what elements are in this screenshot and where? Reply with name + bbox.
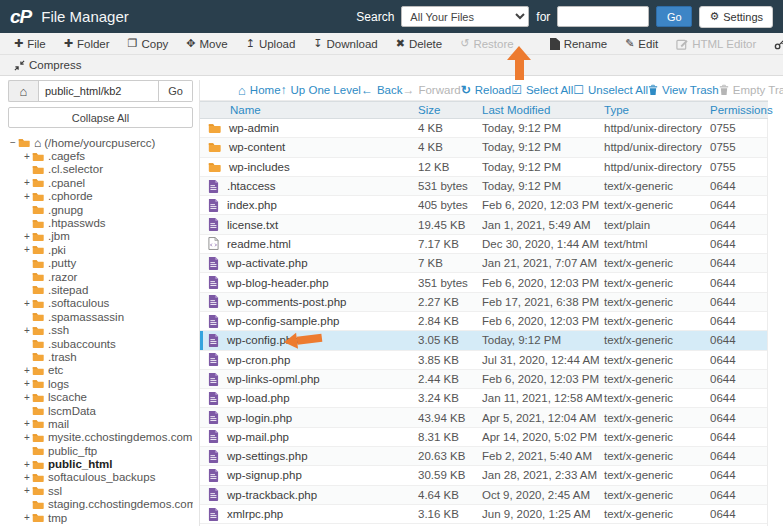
tree-item-razor[interactable]: .razor xyxy=(8,270,193,283)
table-row-wp-settings-php[interactable]: wp-settings.php20.63 KBFeb 2, 2021, 5:40… xyxy=(200,447,767,466)
tree-item-staging-cchostingdemos-com[interactable]: staging.cchostingdemos.com xyxy=(8,498,193,511)
tree-toggle-icon[interactable]: + xyxy=(22,177,32,188)
tree-toggle-icon[interactable]: + xyxy=(22,365,32,376)
folder-icon xyxy=(32,338,44,349)
toolbar-move-button[interactable]: ✥Move xyxy=(186,38,227,50)
tree-item-cagefs[interactable]: +.cagefs xyxy=(8,149,193,162)
toolbar-permissions-button[interactable]: Permissions xyxy=(774,38,783,50)
collapse-all-button[interactable]: Collapse All xyxy=(8,107,193,128)
tree-item-lscmdata[interactable]: lscmData xyxy=(8,404,193,417)
table-row-xmlrpc-php[interactable]: xmlrpc.php3.16 KBJun 9, 2020, 1:25 AMtex… xyxy=(200,505,767,524)
column-header-permissions[interactable]: Permissions xyxy=(710,104,773,116)
nav-select-all-button[interactable]: ☑Select All xyxy=(511,84,573,96)
toolbar-folder-button[interactable]: ✚Folder xyxy=(64,38,110,50)
table-row-wp-blog-header-php[interactable]: wp-blog-header.php351 bytesFeb 6, 2020, … xyxy=(200,273,767,292)
toolbar-download-button[interactable]: ↧Download xyxy=(313,38,377,50)
tree-toggle-icon[interactable]: + xyxy=(22,512,32,523)
tree-item-softaculous-backups[interactable]: +softaculous_backups xyxy=(8,471,193,484)
table-row-wp-login-php[interactable]: wp-login.php43.94 KBApr 5, 2021, 12:04 A… xyxy=(200,408,767,427)
path-input[interactable] xyxy=(38,80,159,102)
table-row-wp-activate-php[interactable]: wp-activate.php7 KBJan 21, 2021, 7:07 AM… xyxy=(200,254,767,273)
tree-toggle-icon[interactable]: + xyxy=(22,298,32,309)
table-row-wp-signup-php[interactable]: wp-signup.php30.59 KBJan 28, 2021, 2:33 … xyxy=(200,466,767,485)
nav-view-trash-button[interactable]: View Trash xyxy=(648,84,719,96)
tree-item-lscache[interactable]: +lscache xyxy=(8,390,193,403)
tree-item-subaccounts[interactable]: .subaccounts xyxy=(8,337,193,350)
search-input[interactable] xyxy=(557,6,649,27)
tree-item-public-ftp[interactable]: public_ftp xyxy=(8,444,193,457)
tree-toggle-icon[interactable]: + xyxy=(22,485,32,496)
nav-up-one-level-button[interactable]: ↑Up One Level xyxy=(281,84,361,96)
tree-item-cl-selector[interactable]: .cl.selector xyxy=(8,163,193,176)
tree-item-jbm[interactable]: +.jbm xyxy=(8,230,193,243)
table-row-wp-load-php[interactable]: wp-load.php3.24 KBJan 11, 2021, 12:58 AM… xyxy=(200,389,767,408)
toolbar-file-button[interactable]: ✚File xyxy=(14,38,46,50)
table-row-wp-links-opml-php[interactable]: wp-links-opml.php2.44 KBFeb 6, 2020, 12:… xyxy=(200,370,767,389)
tree-item-spamassassin[interactable]: .spamassassin xyxy=(8,310,193,323)
tree-item-tmp[interactable]: +tmp xyxy=(8,511,193,524)
table-row-htaccess[interactable]: .htaccess531 bytesToday, 9:12 PMtext/x-g… xyxy=(200,177,767,196)
tree-item-ssl[interactable]: +ssl xyxy=(8,484,193,497)
toolbar-upload-button[interactable]: ↥Upload xyxy=(246,38,296,50)
toolbar-delete-button[interactable]: ✖Delete xyxy=(396,38,442,50)
column-header-size[interactable]: Size xyxy=(418,104,482,116)
tree-toggle-icon[interactable]: + xyxy=(22,244,32,255)
table-row-wp-cron-php[interactable]: wp-cron.php3.85 KBJul 31, 2020, 12:44 AM… xyxy=(200,351,767,370)
toolbar-compress-button[interactable]: Compress xyxy=(14,59,81,71)
table-row-wp-admin[interactable]: wp-admin4 KBToday, 9:12 PMhttpd/unix-dir… xyxy=(200,119,767,138)
column-header-name[interactable]: Name xyxy=(200,104,418,116)
tree-item-pki[interactable]: +.pki xyxy=(8,243,193,256)
tree-toggle-icon[interactable]: + xyxy=(22,472,32,483)
path-go-button[interactable]: Go xyxy=(159,80,193,102)
nav-home-button[interactable]: ⌂Home xyxy=(238,84,281,97)
home-path-button[interactable]: ⌂ xyxy=(8,80,38,102)
table-row-wp-includes[interactable]: wp-includes12 KBToday, 9:12 PMhttpd/unix… xyxy=(200,158,767,177)
tree-item-logs[interactable]: +logs xyxy=(8,377,193,390)
column-header-last-modified[interactable]: Last Modified xyxy=(482,104,604,116)
table-row-wp-trackback-php[interactable]: wp-trackback.php4.64 KBOct 9, 2020, 2:45… xyxy=(200,486,767,505)
toolbar-edit-button[interactable]: ✎Edit xyxy=(625,38,658,50)
table-row-wp-config-sample-php[interactable]: wp-config-sample.php2.84 KBFeb 6, 2020, … xyxy=(200,312,767,331)
table-row-wp-content[interactable]: wp-content4 KBToday, 9:12 PMhttpd/unix-d… xyxy=(200,138,767,157)
tree-item-trash[interactable]: .trash xyxy=(8,350,193,363)
tree-item-home-yourcpusercc[interactable]: −⌂(/home/yourcpusercc) xyxy=(8,136,193,149)
tree-item-sitepad[interactable]: .sitepad xyxy=(8,283,193,296)
nav-unselect-all-button[interactable]: ☐Unselect All xyxy=(573,84,648,96)
tree-item-mail[interactable]: +mail xyxy=(8,417,193,430)
tree-item-softaculous[interactable]: +.softaculous xyxy=(8,297,193,310)
tree-toggle-icon[interactable]: + xyxy=(22,325,32,336)
tree-toggle-icon[interactable]: + xyxy=(22,191,32,202)
tree-toggle-icon[interactable]: + xyxy=(22,378,32,389)
tree-toggle-icon[interactable]: + xyxy=(22,432,32,443)
table-row-license-txt[interactable]: license.txt19.45 KBJan 1, 2021, 5:49 AMt… xyxy=(200,215,767,234)
tree-item-ssh[interactable]: +.ssh xyxy=(8,323,193,336)
tree-item-cphorde[interactable]: +.cphorde xyxy=(8,190,193,203)
tree-toggle-icon[interactable]: + xyxy=(22,459,32,470)
tree-item-cpanel[interactable]: +.cpanel xyxy=(8,176,193,189)
nav-reload-button[interactable]: ↻Reload xyxy=(461,84,512,96)
table-row-readme-html[interactable]: readme.html7.17 KBDec 30, 2020, 1:44 AMt… xyxy=(200,235,767,254)
table-row-wp-config-php[interactable]: wp-config.php3.05 KBToday, 9:12 PMtext/x… xyxy=(200,331,767,350)
tree-item-gnupg[interactable]: .gnupg xyxy=(8,203,193,216)
tree-item-htpasswds[interactable]: .htpasswds xyxy=(8,216,193,229)
tree-toggle-icon[interactable]: + xyxy=(22,392,32,403)
tree-toggle-icon[interactable]: + xyxy=(22,151,32,162)
tree-item-etc[interactable]: +etc xyxy=(8,364,193,377)
table-row-wp-mail-php[interactable]: wp-mail.php8.31 KBApr 14, 2020, 5:02 PMt… xyxy=(200,428,767,447)
nav-back-button[interactable]: ←Back xyxy=(361,84,403,96)
column-header-type[interactable]: Type xyxy=(604,104,710,116)
folder-icon xyxy=(32,485,44,496)
settings-button[interactable]: ⚙Settings xyxy=(699,6,773,28)
tree-item-putty[interactable]: .putty xyxy=(8,257,193,270)
table-row-index-php[interactable]: index.php405 bytesFeb 6, 2020, 12:03 PMt… xyxy=(200,196,767,215)
search-scope-select[interactable]: All Your Files xyxy=(401,6,529,27)
toolbar-copy-button[interactable]: ❐Copy xyxy=(128,38,169,50)
tree-toggle-icon[interactable]: − xyxy=(8,137,18,148)
tree-toggle-icon[interactable]: + xyxy=(22,231,32,242)
tree-toggle-icon[interactable]: + xyxy=(22,418,32,429)
toolbar-rename-button[interactable]: Rename xyxy=(550,38,607,50)
tree-item-public-html[interactable]: +public_html xyxy=(8,457,193,470)
table-row-wp-comments-post-php[interactable]: wp-comments-post.php2.27 KBFeb 17, 2021,… xyxy=(200,293,767,312)
tree-item-mysite-cchostingdemos-com[interactable]: +mysite.cchostingdemos.com xyxy=(8,431,193,444)
search-go-button[interactable]: Go xyxy=(656,6,692,27)
